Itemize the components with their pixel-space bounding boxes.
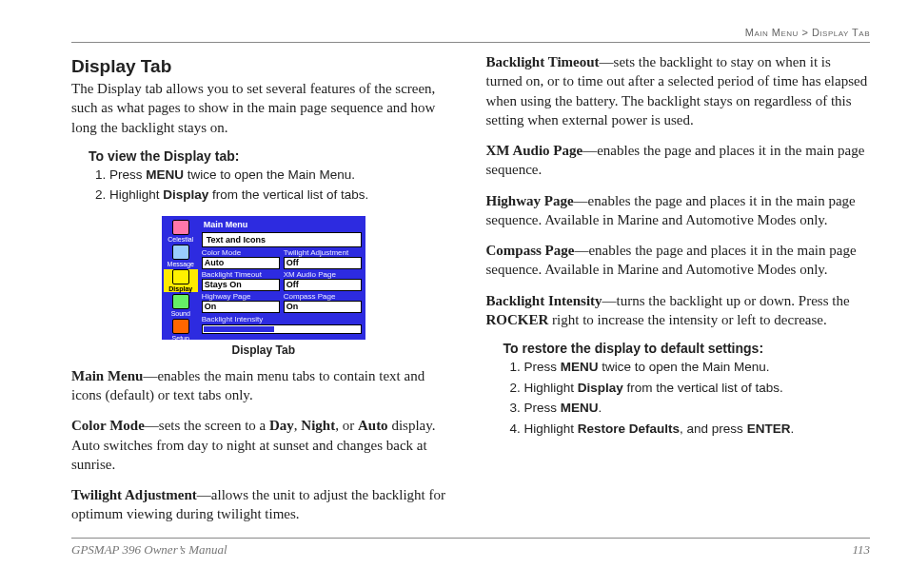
divider-top: [71, 42, 870, 43]
device-main: Main Menu Text and Icons Color ModeAutoT…: [200, 218, 364, 338]
sidebar-tab-celestial: Celestial: [164, 220, 198, 243]
intro-paragraph: The Display tab allows you to set severa…: [71, 79, 456, 137]
sound-icon: [172, 294, 189, 309]
sidebar-tab-display: Display: [164, 269, 198, 292]
breadcrumb-left: Main Menu: [745, 27, 799, 38]
celestial-icon: [172, 220, 189, 235]
sidebar-tab-message: Message: [164, 245, 198, 267]
device-sidebar: Celestial Message Display Sound Setup: [164, 218, 198, 338]
content-columns: Display Tab The Display tab allows you t…: [71, 52, 870, 529]
page-title: Display Tab: [71, 56, 456, 77]
list-item: Highlight Display from the vertical list…: [524, 379, 871, 398]
page-number: 113: [852, 542, 870, 558]
item-timeout: Backlight Timeout—sets the backlight to …: [486, 52, 871, 129]
item-intensity: Backlight Intensity—turns the backlight …: [486, 291, 871, 330]
footer-title: GPSMAP 396 Owner’s Manual: [71, 542, 227, 558]
item-compass: Compass Page—enables the page and places…: [486, 241, 871, 280]
device-screenshot: Celestial Message Display Sound Setup Ma…: [162, 216, 365, 340]
sidebar-tab-sound: Sound: [164, 294, 198, 317]
item-twilight: Twilight Adjustment—allows the unit to a…: [71, 485, 456, 524]
breadcrumb-right: Display Tab: [812, 27, 870, 38]
procedure-restore-steps: Press MENU twice to open the Main Menu. …: [507, 358, 871, 438]
procedure-restore-title: To restore the display to default settin…: [503, 341, 871, 356]
procedure-view-title: To view the Display tab:: [89, 148, 456, 164]
device-rows: Color ModeAutoTwilight AdjustmentOff Bac…: [200, 248, 364, 338]
breadcrumb-sep: >: [799, 27, 812, 38]
device-title: Main Menu: [200, 218, 364, 231]
breadcrumb: Main Menu > Display Tab: [745, 27, 870, 38]
list-item: Highlight Display from the vertical list…: [109, 186, 456, 205]
list-item: Highlight Restore Defaults, and press EN…: [524, 420, 871, 439]
item-highway: Highway Page—enables the page and places…: [486, 191, 871, 230]
item-xm: XM Audio Page—enables the page and place…: [486, 141, 871, 180]
procedure-view-steps: Press MENU twice to open the Main Menu. …: [92, 166, 456, 205]
setup-icon: [172, 319, 189, 334]
figure-display-tab: Celestial Message Display Sound Setup Ma…: [71, 216, 456, 357]
list-item: Press MENU twice to open the Main Menu.: [109, 166, 456, 185]
item-mainmenu: Main Menu—enables the main menu tabs to …: [71, 366, 456, 405]
sidebar-tab-setup: Setup: [164, 319, 198, 342]
manual-page: Main Menu > Display Tab Display Tab The …: [0, 0, 908, 588]
device-panel: Text and Icons: [202, 232, 362, 247]
item-colormode: Color Mode—sets the screen to a Day, Nig…: [71, 416, 456, 474]
message-icon: [172, 245, 189, 260]
page-footer: GPSMAP 396 Owner’s Manual 113: [71, 538, 870, 558]
list-item: Press MENU twice to open the Main Menu.: [524, 358, 871, 377]
display-icon: [172, 269, 189, 284]
intensity-slider-icon: [202, 324, 362, 334]
figure-caption: Display Tab: [71, 343, 456, 357]
list-item: Press MENU.: [524, 399, 871, 418]
